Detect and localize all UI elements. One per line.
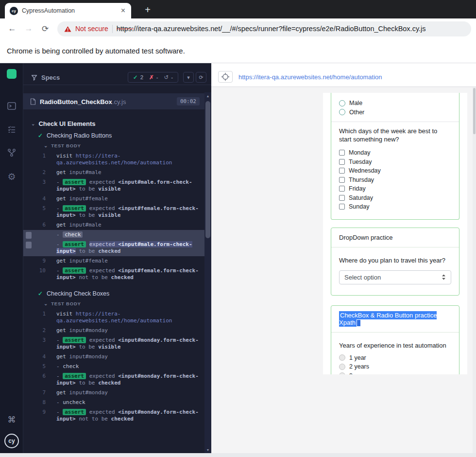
travel-select[interactable]: Select option xyxy=(339,270,451,284)
sidebar-item-runs[interactable] xyxy=(0,101,23,111)
checkbox-icon[interactable] xyxy=(339,150,345,156)
command-row-assert[interactable]: 3- assert expected <input#male.form-chec… xyxy=(23,177,204,194)
checkbox-icon[interactable] xyxy=(339,168,345,174)
day-checkbox-row[interactable]: Monday xyxy=(339,148,451,158)
assert-badge: assert xyxy=(63,179,86,185)
day-checkbox-row[interactable]: Tuesday xyxy=(339,158,451,167)
checkbox-icon[interactable] xyxy=(339,204,345,210)
command-text: - uncheck xyxy=(56,399,203,406)
command-row-assert[interactable]: 5- assert expected <input#female.form-ch… xyxy=(23,204,204,220)
chevron-down-icon: ⌄ xyxy=(44,143,48,148)
cypress-logo-button[interactable]: cy xyxy=(0,434,23,448)
command-line-number: 8 xyxy=(23,399,46,406)
command-name: check xyxy=(63,363,79,369)
radio-icon[interactable] xyxy=(339,100,345,106)
browser-tab[interactable]: cy CypressAutomation × xyxy=(5,3,131,18)
pending-icon: ↺ xyxy=(164,74,169,81)
command-row-assert[interactable]: - assert expected <input#male.form-check… xyxy=(23,240,204,256)
day-checkbox-row[interactable]: Thursday xyxy=(339,176,451,185)
command-row-get[interactable]: 7get input#monday xyxy=(23,388,204,398)
browser-tab-strip: cy CypressAutomation × + xyxy=(0,0,476,18)
command-line-number: 5 xyxy=(23,205,46,212)
experience-radio-row[interactable]: 2 years xyxy=(339,362,451,371)
day-checkbox-row[interactable]: Friday xyxy=(339,184,451,193)
command-text: - assert expected <input#male.form-check… xyxy=(56,179,203,193)
spec-file-header[interactable]: RadioButton_CheckBox.cy.js 00:02 xyxy=(23,93,204,109)
command-name: get xyxy=(56,327,66,334)
checkbox-icon[interactable] xyxy=(339,195,345,201)
command-name: visit xyxy=(56,153,72,159)
back-button[interactable]: ← xyxy=(5,21,19,36)
reload-button[interactable]: ⟳ xyxy=(38,21,52,36)
rerun-tests-button[interactable]: ⟳ xyxy=(196,72,206,83)
sidebar-item-debug[interactable] xyxy=(0,148,23,158)
assert-badge: assert xyxy=(63,267,86,274)
command-row-assert[interactable]: 6- assert expected <input#monday.form-ch… xyxy=(23,371,204,388)
test-title-row[interactable]: ✓Checking Check Boxes xyxy=(23,288,204,299)
automation-infobar: Chrome is being controlled by automated … xyxy=(0,39,476,63)
command-row-get[interactable]: 2get input#male xyxy=(23,168,204,177)
spec-file-name: RadioButton_CheckBox.cy.js xyxy=(40,97,126,106)
checklist-icon xyxy=(7,124,17,134)
day-checkbox-row[interactable]: Sunday xyxy=(339,202,451,211)
xpath-card-title: CheckBox & Radio Button practice Xpath xyxy=(331,306,459,333)
checkbox-icon[interactable] xyxy=(339,159,345,165)
scrollbar-thumb[interactable] xyxy=(205,101,210,238)
test-title-row[interactable]: ✓Checking Radio Buttons xyxy=(23,130,204,141)
keyboard-shortcuts-button[interactable]: ⌘ xyxy=(0,415,23,425)
radio-icon[interactable] xyxy=(339,364,345,370)
gender-radio-row[interactable]: Other xyxy=(339,108,451,117)
test-stats: ✓2 ✗- ↺- xyxy=(128,72,178,83)
command-row-uncheck[interactable]: 8- uncheck xyxy=(23,398,204,407)
assert-badge: assert xyxy=(63,337,86,343)
forward-button[interactable]: → xyxy=(21,21,36,36)
command-row-assert[interactable]: 3- assert expected <input#monday.form-ch… xyxy=(23,335,204,352)
test-body-toggle[interactable]: ⌄TEST BODY xyxy=(23,141,204,151)
day-checkbox-row[interactable]: Wednesday xyxy=(339,166,451,176)
dropdown-card-title: DropDown practice xyxy=(331,228,459,247)
aut-scrollbar-thumb[interactable] xyxy=(473,88,476,134)
radio-icon[interactable] xyxy=(339,109,345,115)
command-row-check[interactable]: 5- check xyxy=(23,362,204,371)
section-divider xyxy=(331,122,459,122)
radio-icon[interactable] xyxy=(339,354,345,361)
aut-url-link[interactable]: https://itera-qa.azurewebsites.net/home/… xyxy=(238,73,382,83)
new-tab-button[interactable]: + xyxy=(142,4,153,16)
active-spec-indicator[interactable] xyxy=(0,69,23,79)
suite-header[interactable]: ⌄ Check UI Elements xyxy=(23,118,204,130)
sidebar-item-specs[interactable] xyxy=(0,124,23,134)
command-row-assert[interactable]: 9- assert expected <input#monday.form-ch… xyxy=(23,407,204,424)
command-row-visit[interactable]: 1visit https://itera-qa.azurewebsites.ne… xyxy=(23,151,204,168)
test-body-toggle[interactable]: ⌄TEST BODY xyxy=(23,299,204,309)
command-row-assert[interactable]: 10- assert expected <input#female.form-c… xyxy=(23,266,204,282)
day-checkbox-row[interactable]: Saturday xyxy=(339,193,451,203)
aut-page-scrollbar[interactable] xyxy=(473,87,476,453)
reporter-scrollbar[interactable]: ▲ ▼ xyxy=(204,92,211,453)
command-row-get[interactable]: 4get input#female xyxy=(23,194,204,204)
experience-question: Years of experience in test automation xyxy=(339,341,451,350)
security-warning-label[interactable]: Not secure xyxy=(75,25,108,33)
experience-radio-row[interactable]: 1 year xyxy=(339,353,451,363)
checkbox-label: Tuesday xyxy=(349,158,372,165)
collapse-tests-button[interactable]: ▾ xyxy=(183,72,194,83)
sidebar-item-settings[interactable]: ⚙ xyxy=(0,171,23,182)
checkbox-icon[interactable] xyxy=(339,186,345,192)
command-row-get[interactable]: 6get input#male xyxy=(23,220,204,230)
gender-radio-row[interactable]: Male xyxy=(339,99,451,108)
radio-icon[interactable] xyxy=(339,372,345,374)
selector-playground-button[interactable] xyxy=(218,71,233,83)
scroll-down-icon[interactable]: ▼ xyxy=(204,446,211,453)
command-row-get[interactable]: 4get input#monday xyxy=(23,352,204,362)
command-row-visit[interactable]: 1visit https://itera-qa.azurewebsites.ne… xyxy=(23,309,204,326)
command-row-get[interactable]: 2get input#monday xyxy=(23,326,204,335)
experience-radio-row[interactable]: 3 years xyxy=(339,371,451,374)
command-line-number: 4 xyxy=(23,195,46,202)
address-bar[interactable]: Not secure https://itera-qa.azurewebsite… xyxy=(57,21,471,36)
command-row-check[interactable]: - check xyxy=(23,230,204,240)
command-row-get[interactable]: 9get input#female xyxy=(23,256,204,266)
command-line-number: 2 xyxy=(23,327,46,334)
scroll-up-icon[interactable]: ▲ xyxy=(204,92,211,99)
checkbox-icon[interactable] xyxy=(339,177,345,183)
command-line-number: 3 xyxy=(23,337,46,344)
tab-close-icon[interactable]: × xyxy=(119,7,127,15)
